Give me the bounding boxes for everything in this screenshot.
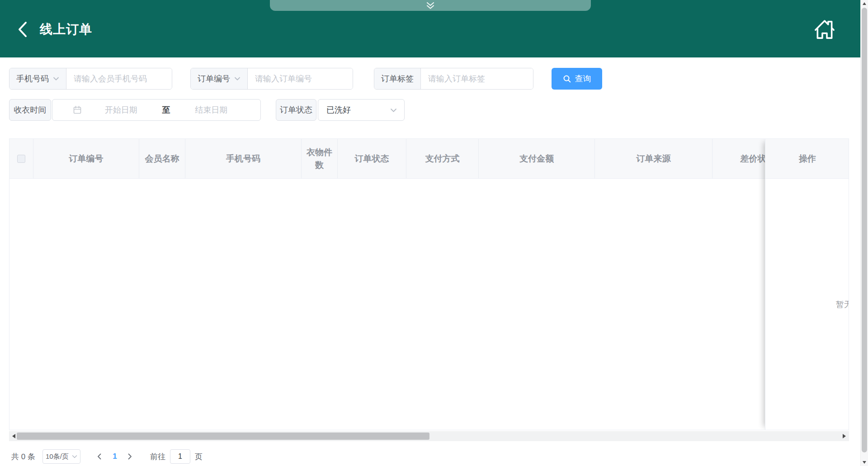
prev-page-button[interactable] — [92, 449, 107, 464]
order-tag-input[interactable] — [421, 68, 533, 89]
total-count-label: 共 0 条 — [11, 452, 35, 462]
chevron-left-icon — [17, 21, 28, 38]
search-button-label: 查询 — [575, 73, 591, 84]
col-phone: 手机号码 — [185, 139, 302, 178]
horizontal-scrollbar[interactable] — [9, 431, 849, 441]
chevron-left-icon — [97, 453, 101, 460]
app-header: 线上订单 — [0, 0, 860, 57]
content-area: 手机号码 订单编号 订单标签 — [0, 57, 860, 466]
scroll-left-arrow-icon[interactable] — [12, 434, 15, 438]
table-body: 暂无数据 — [9, 179, 849, 430]
goto-page-input[interactable] — [170, 449, 190, 464]
scroll-up-arrow-icon[interactable] — [863, 2, 866, 5]
order-tag-filter-label: 订单标签 — [374, 68, 421, 89]
calendar-icon — [73, 105, 82, 114]
col-order-no: 订单编号 — [33, 139, 139, 178]
fixed-column-body — [765, 179, 849, 430]
end-date-placeholder[interactable]: 结束日期 — [172, 105, 251, 115]
pagination-bar: 共 0 条 10条/页 1 前 — [11, 449, 203, 464]
table-header-row: 订单编号 会员名称 手机号码 衣物件数 订单状态 支付方式 支付金额 订单来源 … — [9, 139, 849, 179]
chevron-down-icon — [390, 108, 397, 113]
chevron-down-icon — [234, 76, 241, 81]
online-orders-page: 线上订单 手机号码 订单编号 — [0, 0, 868, 466]
col-member-name: 会员名称 — [139, 139, 185, 178]
chevron-down-icon — [53, 76, 59, 81]
col-pay-amount: 支付金额 — [479, 139, 595, 178]
chevron-down-icon — [72, 455, 77, 459]
next-page-button[interactable] — [123, 449, 137, 464]
collapse-tab[interactable] — [270, 0, 591, 11]
order-no-input[interactable] — [248, 68, 353, 89]
home-icon — [812, 16, 837, 42]
pager: 1 — [92, 449, 137, 464]
col-order-source: 订单来源 — [595, 139, 712, 178]
order-no-filter-group: 订单编号 — [190, 68, 353, 90]
order-status-label: 订单状态 — [276, 99, 316, 121]
order-status-value: 已洗好 — [326, 105, 351, 115]
col-operation: 操作 — [765, 139, 849, 179]
col-item-count: 衣物件数 — [302, 139, 338, 178]
receive-time-label: 收衣时间 — [9, 99, 51, 121]
current-page-button[interactable]: 1 — [107, 452, 123, 461]
back-button[interactable] — [17, 21, 31, 38]
goto-unit-label: 页 — [195, 452, 203, 462]
select-all-checkbox[interactable] — [17, 155, 25, 163]
phone-filter-group: 手机号码 — [9, 68, 172, 90]
order-tag-filter-group: 订单标签 — [374, 68, 533, 90]
phone-filter-label: 手机号码 — [16, 73, 49, 84]
date-range-separator: 至 — [160, 105, 172, 115]
search-icon — [563, 75, 571, 83]
select-all-cell — [9, 139, 33, 178]
page-size-value: 10条/页 — [46, 452, 69, 461]
search-button[interactable]: 查询 — [552, 68, 602, 90]
horizontal-scrollbar-thumb[interactable] — [17, 433, 429, 440]
orders-table: 订单编号 会员名称 手机号码 衣物件数 订单状态 支付方式 支付金额 订单来源 … — [9, 138, 849, 430]
order-status-select[interactable]: 已洗好 — [318, 99, 405, 121]
home-button[interactable] — [812, 16, 837, 42]
order-no-filter-type-select[interactable]: 订单编号 — [191, 68, 248, 89]
scroll-down-arrow-icon[interactable] — [863, 461, 866, 464]
phone-input[interactable] — [66, 68, 172, 89]
fixed-operation-column: 操作 — [765, 139, 849, 430]
page-size-select[interactable]: 10条/页 — [42, 449, 80, 464]
col-order-status: 订单状态 — [338, 139, 406, 178]
order-no-filter-label: 订单编号 — [198, 73, 230, 84]
goto-label: 前往 — [150, 452, 165, 462]
receive-time-range-picker[interactable]: 开始日期 至 结束日期 — [52, 99, 261, 121]
page-title: 线上订单 — [40, 21, 92, 38]
double-chevron-down-icon — [425, 2, 435, 10]
chevron-right-icon — [128, 453, 132, 460]
col-pay-method: 支付方式 — [406, 139, 479, 178]
scroll-right-arrow-icon[interactable] — [843, 434, 846, 438]
vertical-scrollbar[interactable] — [860, 0, 868, 466]
phone-filter-type-select[interactable]: 手机号码 — [9, 68, 66, 89]
vertical-scrollbar-thumb[interactable] — [862, 8, 867, 452]
start-date-placeholder[interactable]: 开始日期 — [82, 105, 160, 115]
